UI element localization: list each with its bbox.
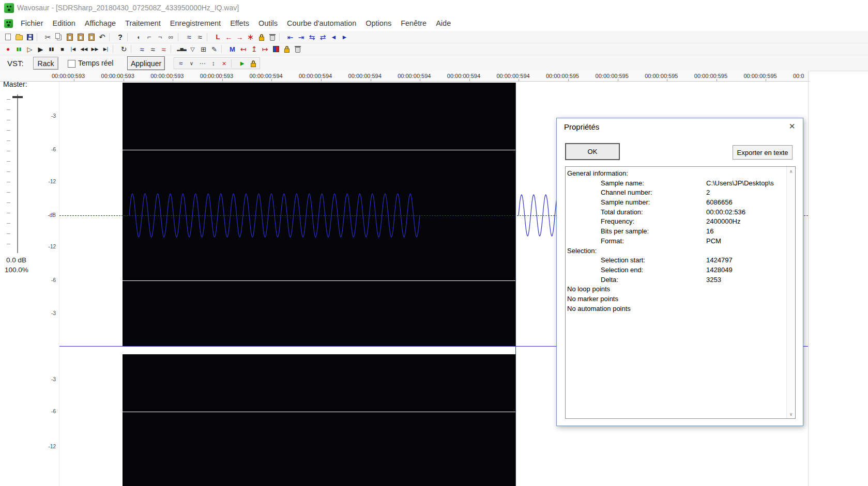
lock-markers-button[interactable] — [281, 44, 292, 54]
zoom-in-button[interactable]: ⇆ — [307, 32, 317, 42]
properties-scrollbar[interactable]: ∧ ∨ — [786, 167, 795, 418]
play-selection-button[interactable]: ▶ — [35, 44, 46, 54]
loop-left-button[interactable]: L — [212, 32, 223, 42]
pause-button[interactable]: ▮▮ — [46, 44, 57, 54]
waveform-selection-channel1[interactable] — [123, 83, 515, 346]
menu-outils[interactable]: Outils — [254, 19, 282, 27]
vst-waveform-button[interactable]: ≈ — [175, 58, 186, 69]
open-file-button[interactable] — [13, 32, 24, 42]
master-volume-slider[interactable] — [17, 95, 18, 253]
toolbar-separator — [171, 45, 174, 53]
tool-fit-button[interactable]: ¬ — [155, 32, 165, 42]
close-icon[interactable]: × — [785, 119, 799, 133]
vst-process-button[interactable]: ▶ — [237, 58, 248, 69]
go-start-button[interactable]: |◀ — [68, 44, 79, 54]
menu-fichier[interactable]: Fichier — [16, 19, 48, 27]
timeline-ruler[interactable]: 00:00:00:59300:00:00:59300:00:00:59300:0… — [0, 71, 810, 82]
stop-icon: ■ — [60, 46, 64, 52]
properties-list: General information:Sample name:C:\Users… — [566, 169, 786, 313]
ruler-tick — [519, 79, 519, 81]
waveform-view-button[interactable]: ≈ — [184, 32, 194, 42]
new-file-button[interactable] — [3, 32, 13, 42]
next-view-button[interactable]: ► — [339, 32, 350, 42]
realtime-checkbox[interactable] — [68, 60, 75, 68]
cut-button[interactable]: ✂ — [42, 32, 53, 42]
selection-right-icon: → — [236, 34, 243, 41]
selection-right-button[interactable]: → — [234, 32, 245, 42]
property-label: No automation points — [567, 304, 631, 314]
forward-button[interactable]: ▶▶ — [89, 44, 100, 54]
rewind-button[interactable]: ◀◀ — [79, 44, 89, 54]
statistics-button[interactable]: ≈ — [147, 44, 158, 54]
loop-playback-button[interactable]: ↻ — [118, 44, 129, 54]
vst-more-button[interactable]: ⋯ — [197, 58, 208, 69]
draw-button[interactable]: ✎ — [209, 44, 220, 54]
prev-view-button[interactable]: ◄ — [328, 32, 339, 42]
ruler-tick — [321, 79, 322, 81]
scroll-up-icon[interactable]: ∧ — [787, 167, 795, 176]
master-volume-handle[interactable] — [12, 96, 23, 98]
scroll-down-icon[interactable]: ∨ — [787, 410, 795, 418]
menu-affichage[interactable]: Affichage — [80, 19, 120, 27]
vst-remove-button[interactable]: × — [219, 58, 230, 69]
menu-fen-tre[interactable]: Fenêtre — [396, 19, 431, 27]
snap-button[interactable]: ∗ — [245, 32, 256, 42]
help-button[interactable]: ? — [115, 32, 126, 42]
property-value: C:\Users\JP\Desktop\s — [706, 179, 774, 189]
tool-normalize-button[interactable]: ⌐ — [144, 32, 155, 42]
menu-edition[interactable]: Edition — [48, 19, 80, 27]
ruler-tick — [766, 79, 766, 81]
zoom-selection-button[interactable]: ⇤ — [285, 32, 296, 42]
go-end-button[interactable]: ▶| — [100, 44, 111, 54]
ruler-label: 00:0 — [793, 73, 804, 79]
grid-button[interactable]: ⊞ — [198, 44, 209, 54]
rack-button[interactable]: Rack — [33, 57, 58, 70]
marker-icon: M — [230, 46, 235, 53]
menu-courbe-d-automation[interactable]: Courbe d'automation — [282, 19, 361, 27]
export-text-button[interactable]: Exporter en texte — [733, 145, 793, 160]
forward-icon: ▶▶ — [92, 47, 99, 52]
ok-button[interactable]: OK — [565, 143, 620, 160]
copy-button[interactable] — [53, 32, 64, 42]
waveform-zoom-button[interactable]: ≈ — [194, 32, 205, 42]
delete-button[interactable] — [267, 32, 278, 42]
zoom-all-button[interactable]: ⇥ — [296, 32, 307, 42]
paste-button[interactable] — [64, 32, 75, 42]
speaker-button[interactable]: ◖ — [133, 32, 144, 42]
menu-enregistrement[interactable]: Enregistrement — [165, 19, 225, 27]
delete-markers-button[interactable] — [292, 44, 303, 54]
tool-link-button[interactable]: ∞ — [165, 32, 176, 42]
record-button[interactable]: ● — [3, 44, 13, 54]
ruler-label: 00:00:00:593 — [150, 73, 184, 79]
vst-resize-button[interactable]: ↕ — [208, 58, 219, 69]
menu-options[interactable]: Options — [361, 19, 396, 27]
play-button[interactable]: ▷ — [24, 44, 35, 54]
marker-insert-button[interactable]: ↥ — [249, 44, 260, 54]
paste-insert-button[interactable] — [75, 32, 86, 42]
play-marker-button[interactable]: ≈ — [136, 44, 147, 54]
vst-lock-button[interactable] — [248, 58, 258, 69]
selection-left-button[interactable]: ← — [223, 32, 234, 42]
property-label: Channel number: — [601, 188, 652, 198]
smooth-button[interactable]: ▽ — [187, 44, 198, 54]
menu-effets[interactable]: Effets — [225, 19, 254, 27]
pause-alt-button[interactable]: ▮▮ — [13, 44, 24, 54]
waveform-selection-channel2[interactable] — [123, 354, 515, 486]
save-file-button[interactable] — [24, 32, 35, 42]
menu-traitement[interactable]: Traitement — [120, 19, 165, 27]
zoom-out-button[interactable]: ⇄ — [317, 32, 328, 42]
stop-button[interactable]: ■ — [57, 44, 68, 54]
delete-markers-icon — [295, 47, 300, 53]
analysis-button[interactable]: ≈ — [158, 44, 169, 54]
undo-button[interactable]: ↶ — [97, 32, 108, 42]
channels-button[interactable] — [270, 44, 281, 54]
marker-next-button[interactable]: ↦ — [260, 44, 270, 54]
menu-aide[interactable]: Aide — [431, 19, 455, 27]
paste-mix-button[interactable] — [86, 32, 97, 42]
marker-button[interactable]: M — [227, 44, 238, 54]
lock-button[interactable] — [256, 32, 267, 42]
spectrum-button[interactable]: ▂▅▃ — [176, 44, 187, 54]
marker-prev-button[interactable]: ↤ — [238, 44, 249, 54]
vst-dropdown-button[interactable]: ∨ — [186, 58, 197, 69]
apply-button[interactable]: Appliquer — [127, 56, 165, 70]
